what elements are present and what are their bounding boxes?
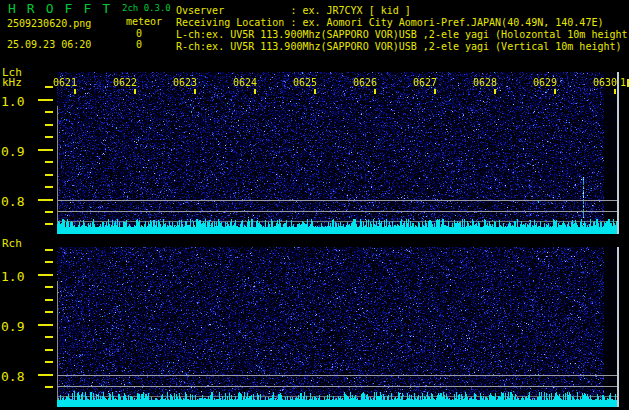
freq-tick-minor	[45, 223, 53, 225]
freq-tick-minor	[45, 186, 53, 188]
freq-tick-minor	[45, 124, 53, 126]
freq-tick-minor	[45, 86, 53, 88]
time-tick	[74, 89, 76, 94]
time-label: 0626	[353, 77, 379, 88]
time-label: 0624	[233, 77, 259, 88]
time-tick	[194, 89, 196, 94]
time-label: 0629	[533, 77, 559, 88]
rch-freq-label-1_0: 1.0	[1, 269, 24, 284]
freq-tick-minor	[45, 174, 53, 176]
time-tick	[494, 89, 496, 94]
freq-tick-major	[38, 324, 53, 326]
time-label: 0623	[173, 77, 199, 88]
freq-tick-minor	[45, 311, 53, 313]
meteor-count-lch: 0	[128, 28, 142, 39]
time-tick	[614, 89, 616, 94]
freq-tick-major	[38, 199, 53, 201]
freq-tick-major	[38, 99, 53, 101]
freq-tick-minor	[45, 299, 53, 301]
rch-spectrogram	[57, 247, 619, 407]
record-datetime: 25.09.23 06:20	[7, 39, 91, 50]
time-label: 0627	[413, 77, 439, 88]
time-tick	[434, 89, 436, 94]
freq-tick-major	[38, 274, 53, 276]
freq-tick-major	[38, 374, 53, 376]
app-version: 2ch 0.3.0	[122, 3, 171, 13]
hrofft-window: H R O F F T 2ch 0.3.0 2509230620.png met…	[0, 0, 629, 410]
app-title: H R O F F T	[8, 1, 112, 16]
freq-tick-minor	[45, 349, 53, 351]
freq-tick-minor	[45, 336, 53, 338]
time-label: 0625	[293, 77, 319, 88]
time-label: 0630	[593, 77, 619, 88]
freq-tick-minor	[45, 261, 53, 263]
freq-tick-minor	[45, 361, 53, 363]
time-label: 0622	[113, 77, 139, 88]
observer-line: Ovserver : ex. JR7CYX [ kid ]	[176, 5, 411, 16]
lch-spectrogram	[57, 72, 619, 234]
freq-tick-minor	[45, 161, 53, 163]
freq-tick-minor	[45, 136, 53, 138]
freq-tick-minor	[45, 286, 53, 288]
rch-freq-label-0_8: 0.8	[1, 369, 24, 384]
rch-config-line: R-ch:ex. UV5R 113.900Mhz(SAPPORO VOR)USB…	[176, 41, 622, 52]
time-label: 0621	[53, 77, 79, 88]
freq-tick-minor	[45, 249, 53, 251]
lch-freq-label-0_9: 0.9	[1, 144, 24, 159]
time-tick	[554, 89, 556, 94]
time-tick	[314, 89, 316, 94]
freq-tick-major	[38, 149, 53, 151]
meteor-count-rch: 0	[128, 39, 142, 50]
lch-freq-label-0_8: 0.8	[1, 194, 24, 209]
freq-tick-minor	[45, 386, 53, 388]
lch-freq-label-1_0: 1.0	[1, 94, 24, 109]
time-tick	[374, 89, 376, 94]
rch-freq-label-0_9: 0.9	[1, 319, 24, 334]
time-tick	[254, 89, 256, 94]
lch-config-line: L-ch:ex. UV5R 113.900Mhz(SAPPORO VOR)USB…	[176, 29, 628, 40]
rch-axis-label: Rch	[2, 237, 22, 250]
freq-tick-minor	[45, 111, 53, 113]
time-label: 0628	[473, 77, 499, 88]
meteor-counter-label: meteor	[126, 16, 162, 27]
time-tick	[134, 89, 136, 94]
freq-tick-minor	[45, 211, 53, 213]
output-filename: 2509230620.png	[7, 18, 91, 29]
lch-axis-unit: kHz	[2, 76, 22, 89]
location-line: Receiving Location : ex. Aomori City Aom…	[176, 17, 603, 28]
